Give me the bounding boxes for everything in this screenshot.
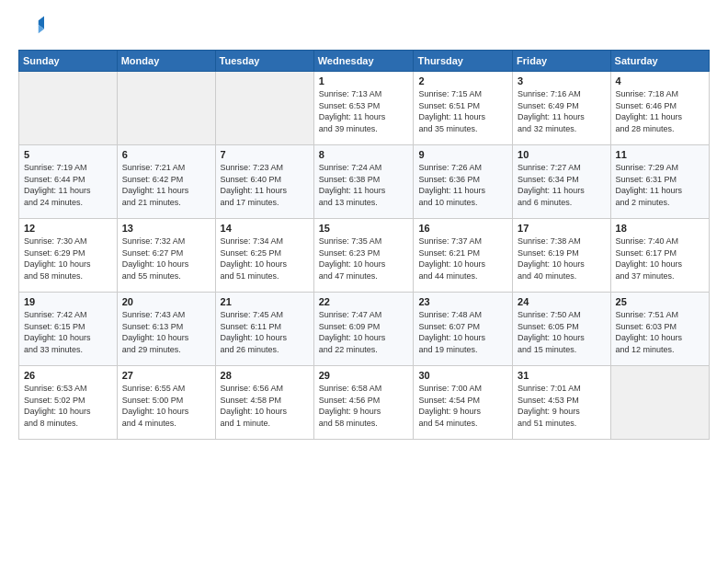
calendar-cell: 30Sunrise: 7:00 AM Sunset: 4:54 PM Dayli…: [414, 366, 513, 440]
day-info: Sunrise: 7:23 AM Sunset: 6:40 PM Dayligh…: [221, 162, 309, 208]
day-number: 12: [24, 223, 112, 234]
day-number: 13: [122, 223, 210, 234]
day-info: Sunrise: 7:50 AM Sunset: 6:05 PM Dayligh…: [518, 309, 605, 355]
week-row-2: 5Sunrise: 7:19 AM Sunset: 6:44 PM Daylig…: [19, 145, 710, 219]
day-info: Sunrise: 7:30 AM Sunset: 6:29 PM Dayligh…: [24, 236, 112, 282]
day-number: 29: [319, 370, 409, 381]
day-number: 19: [24, 296, 112, 307]
day-number: 25: [616, 296, 704, 307]
day-number: 27: [122, 370, 210, 381]
day-info: Sunrise: 7:15 AM Sunset: 6:51 PM Dayligh…: [418, 88, 507, 134]
day-number: 5: [24, 149, 112, 160]
day-info: Sunrise: 7:01 AM Sunset: 4:53 PM Dayligh…: [518, 383, 605, 429]
weekday-header-friday: Friday: [513, 51, 610, 72]
calendar-cell: [19, 72, 118, 145]
calendar-cell: 18Sunrise: 7:40 AM Sunset: 6:17 PM Dayli…: [610, 219, 709, 293]
calendar-cell: 24Sunrise: 7:50 AM Sunset: 6:05 PM Dayli…: [513, 293, 610, 366]
calendar-cell: 27Sunrise: 6:55 AM Sunset: 5:00 PM Dayli…: [117, 366, 215, 440]
calendar-cell: 17Sunrise: 7:38 AM Sunset: 6:19 PM Dayli…: [513, 219, 610, 293]
day-info: Sunrise: 7:32 AM Sunset: 6:27 PM Dayligh…: [122, 236, 210, 282]
page: SundayMondayTuesdayWednesdayThursdayFrid…: [0, 0, 728, 563]
day-info: Sunrise: 7:26 AM Sunset: 6:36 PM Dayligh…: [418, 162, 507, 208]
day-info: Sunrise: 7:42 AM Sunset: 6:15 PM Dayligh…: [24, 309, 112, 355]
day-info: Sunrise: 7:13 AM Sunset: 6:53 PM Dayligh…: [319, 88, 409, 134]
calendar-cell: 14Sunrise: 7:34 AM Sunset: 6:25 PM Dayli…: [215, 219, 313, 293]
weekday-header-wednesday: Wednesday: [313, 51, 414, 72]
day-number: 4: [616, 75, 704, 86]
day-info: Sunrise: 7:37 AM Sunset: 6:21 PM Dayligh…: [418, 236, 507, 282]
calendar-cell: 22Sunrise: 7:47 AM Sunset: 6:09 PM Dayli…: [313, 293, 414, 366]
calendar-cell: [610, 366, 709, 440]
calendar-cell: 11Sunrise: 7:29 AM Sunset: 6:31 PM Dayli…: [610, 145, 709, 219]
day-info: Sunrise: 7:29 AM Sunset: 6:31 PM Dayligh…: [616, 162, 704, 208]
logo: [18, 15, 48, 40]
week-row-3: 12Sunrise: 7:30 AM Sunset: 6:29 PM Dayli…: [19, 219, 710, 293]
calendar-cell: 25Sunrise: 7:51 AM Sunset: 6:03 PM Dayli…: [610, 293, 709, 366]
calendar-cell: 8Sunrise: 7:24 AM Sunset: 6:38 PM Daylig…: [313, 145, 414, 219]
day-number: 26: [24, 370, 112, 381]
calendar-cell: 10Sunrise: 7:27 AM Sunset: 6:34 PM Dayli…: [513, 145, 610, 219]
calendar-cell: 28Sunrise: 6:56 AM Sunset: 4:58 PM Dayli…: [215, 366, 313, 440]
calendar-table: SundayMondayTuesdayWednesdayThursdayFrid…: [18, 50, 710, 440]
calendar-cell: 9Sunrise: 7:26 AM Sunset: 6:36 PM Daylig…: [414, 145, 513, 219]
day-number: 21: [221, 296, 309, 307]
day-info: Sunrise: 7:18 AM Sunset: 6:46 PM Dayligh…: [616, 88, 704, 134]
day-number: 18: [616, 223, 704, 234]
day-info: Sunrise: 7:00 AM Sunset: 4:54 PM Dayligh…: [418, 383, 507, 429]
day-number: 10: [518, 149, 605, 160]
week-row-1: 1Sunrise: 7:13 AM Sunset: 6:53 PM Daylig…: [19, 72, 710, 145]
weekday-header-row: SundayMondayTuesdayWednesdayThursdayFrid…: [19, 51, 710, 72]
day-info: Sunrise: 7:43 AM Sunset: 6:13 PM Dayligh…: [122, 309, 210, 355]
day-number: 2: [418, 75, 507, 86]
day-number: 20: [122, 296, 210, 307]
calendar-cell: 2Sunrise: 7:15 AM Sunset: 6:51 PM Daylig…: [414, 72, 513, 145]
day-info: Sunrise: 7:24 AM Sunset: 6:38 PM Dayligh…: [319, 162, 409, 208]
day-number: 9: [418, 149, 507, 160]
day-number: 30: [418, 370, 507, 381]
week-row-5: 26Sunrise: 6:53 AM Sunset: 5:02 PM Dayli…: [19, 366, 710, 440]
calendar-cell: 6Sunrise: 7:21 AM Sunset: 6:42 PM Daylig…: [117, 145, 215, 219]
day-info: Sunrise: 7:45 AM Sunset: 6:11 PM Dayligh…: [221, 309, 309, 355]
day-info: Sunrise: 7:27 AM Sunset: 6:34 PM Dayligh…: [518, 162, 605, 208]
weekday-header-tuesday: Tuesday: [215, 51, 313, 72]
calendar-cell: 23Sunrise: 7:48 AM Sunset: 6:07 PM Dayli…: [414, 293, 513, 366]
day-info: Sunrise: 6:55 AM Sunset: 5:00 PM Dayligh…: [122, 383, 210, 429]
calendar-cell: [215, 72, 313, 145]
day-number: 3: [518, 75, 605, 86]
day-info: Sunrise: 7:16 AM Sunset: 6:49 PM Dayligh…: [518, 88, 605, 134]
day-number: 11: [616, 149, 704, 160]
day-number: 16: [418, 223, 507, 234]
calendar-cell: 4Sunrise: 7:18 AM Sunset: 6:46 PM Daylig…: [610, 72, 709, 145]
calendar-cell: 13Sunrise: 7:32 AM Sunset: 6:27 PM Dayli…: [117, 219, 215, 293]
day-info: Sunrise: 7:47 AM Sunset: 6:09 PM Dayligh…: [319, 309, 409, 355]
day-info: Sunrise: 6:58 AM Sunset: 4:56 PM Dayligh…: [319, 383, 409, 429]
calendar-cell: 1Sunrise: 7:13 AM Sunset: 6:53 PM Daylig…: [313, 72, 414, 145]
calendar-cell: 21Sunrise: 7:45 AM Sunset: 6:11 PM Dayli…: [215, 293, 313, 366]
header: [18, 15, 710, 40]
calendar-cell: 31Sunrise: 7:01 AM Sunset: 4:53 PM Dayli…: [513, 366, 610, 440]
day-number: 17: [518, 223, 605, 234]
week-row-4: 19Sunrise: 7:42 AM Sunset: 6:15 PM Dayli…: [19, 293, 710, 366]
day-number: 24: [518, 296, 605, 307]
weekday-header-sunday: Sunday: [19, 51, 118, 72]
day-number: 6: [122, 149, 210, 160]
day-number: 14: [221, 223, 309, 234]
calendar-cell: [117, 72, 215, 145]
day-number: 23: [418, 296, 507, 307]
day-info: Sunrise: 7:35 AM Sunset: 6:23 PM Dayligh…: [319, 236, 409, 282]
calendar-cell: 26Sunrise: 6:53 AM Sunset: 5:02 PM Dayli…: [19, 366, 118, 440]
day-info: Sunrise: 7:19 AM Sunset: 6:44 PM Dayligh…: [24, 162, 112, 208]
day-info: Sunrise: 6:53 AM Sunset: 5:02 PM Dayligh…: [24, 383, 112, 429]
day-info: Sunrise: 7:34 AM Sunset: 6:25 PM Dayligh…: [221, 236, 309, 282]
day-number: 15: [319, 223, 409, 234]
day-info: Sunrise: 6:56 AM Sunset: 4:58 PM Dayligh…: [221, 383, 309, 429]
day-number: 7: [221, 149, 309, 160]
calendar-cell: 5Sunrise: 7:19 AM Sunset: 6:44 PM Daylig…: [19, 145, 118, 219]
weekday-header-monday: Monday: [117, 51, 215, 72]
day-number: 1: [319, 75, 409, 86]
calendar-cell: 15Sunrise: 7:35 AM Sunset: 6:23 PM Dayli…: [313, 219, 414, 293]
day-info: Sunrise: 7:21 AM Sunset: 6:42 PM Dayligh…: [122, 162, 210, 208]
calendar-cell: 20Sunrise: 7:43 AM Sunset: 6:13 PM Dayli…: [117, 293, 215, 366]
calendar-cell: 16Sunrise: 7:37 AM Sunset: 6:21 PM Dayli…: [414, 219, 513, 293]
weekday-header-saturday: Saturday: [610, 51, 709, 72]
